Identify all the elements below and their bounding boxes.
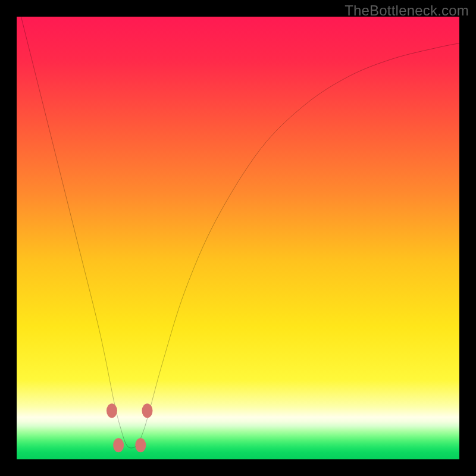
watermark-text: TheBottleneck.com	[345, 2, 469, 19]
curve-markers	[107, 403, 153, 452]
curve-marker	[142, 403, 152, 418]
chart-plot-area	[17, 17, 459, 459]
chart-curve-layer	[17, 17, 459, 459]
bottleneck-curve	[21, 17, 459, 448]
curve-marker	[107, 403, 117, 418]
curve-marker	[113, 438, 124, 452]
curve-marker	[135, 438, 146, 452]
